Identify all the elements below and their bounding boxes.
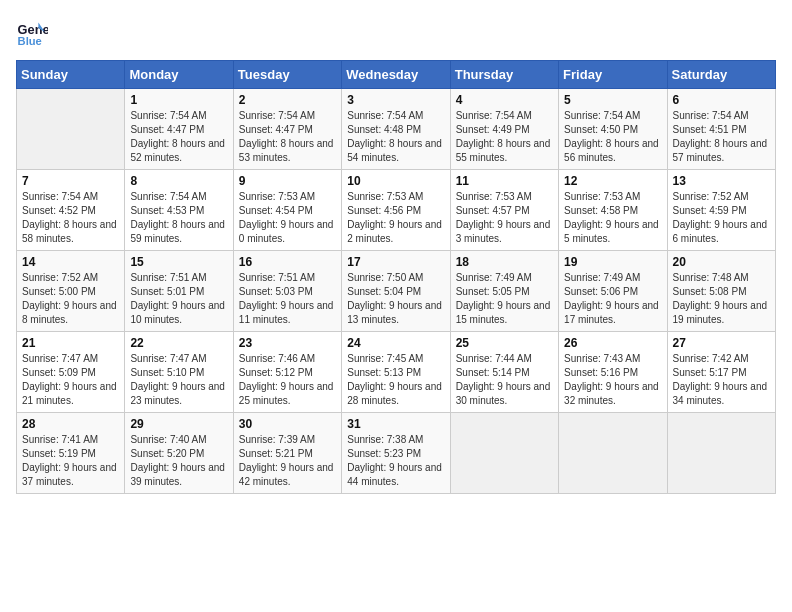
day-info: Sunrise: 7:47 AMSunset: 5:10 PMDaylight:… [130, 352, 227, 408]
day-info: Sunrise: 7:54 AMSunset: 4:53 PMDaylight:… [130, 190, 227, 246]
day-info: Sunrise: 7:54 AMSunset: 4:47 PMDaylight:… [130, 109, 227, 165]
calendar-day-cell: 18Sunrise: 7:49 AMSunset: 5:05 PMDayligh… [450, 251, 558, 332]
weekday-header-cell: Saturday [667, 61, 775, 89]
day-info: Sunrise: 7:38 AMSunset: 5:23 PMDaylight:… [347, 433, 444, 489]
calendar-day-cell: 17Sunrise: 7:50 AMSunset: 5:04 PMDayligh… [342, 251, 450, 332]
calendar-day-cell: 4Sunrise: 7:54 AMSunset: 4:49 PMDaylight… [450, 89, 558, 170]
day-info: Sunrise: 7:49 AMSunset: 5:05 PMDaylight:… [456, 271, 553, 327]
day-info: Sunrise: 7:52 AMSunset: 4:59 PMDaylight:… [673, 190, 770, 246]
day-info: Sunrise: 7:52 AMSunset: 5:00 PMDaylight:… [22, 271, 119, 327]
day-info: Sunrise: 7:43 AMSunset: 5:16 PMDaylight:… [564, 352, 661, 408]
day-number: 5 [564, 93, 661, 107]
weekday-header-cell: Wednesday [342, 61, 450, 89]
day-info: Sunrise: 7:51 AMSunset: 5:01 PMDaylight:… [130, 271, 227, 327]
day-number: 31 [347, 417, 444, 431]
weekday-header-row: SundayMondayTuesdayWednesdayThursdayFrid… [17, 61, 776, 89]
day-number: 1 [130, 93, 227, 107]
calendar-day-cell: 29Sunrise: 7:40 AMSunset: 5:20 PMDayligh… [125, 413, 233, 494]
day-info: Sunrise: 7:44 AMSunset: 5:14 PMDaylight:… [456, 352, 553, 408]
day-info: Sunrise: 7:40 AMSunset: 5:20 PMDaylight:… [130, 433, 227, 489]
day-number: 21 [22, 336, 119, 350]
day-info: Sunrise: 7:42 AMSunset: 5:17 PMDaylight:… [673, 352, 770, 408]
calendar-day-cell: 12Sunrise: 7:53 AMSunset: 4:58 PMDayligh… [559, 170, 667, 251]
calendar-day-cell: 13Sunrise: 7:52 AMSunset: 4:59 PMDayligh… [667, 170, 775, 251]
calendar-day-cell: 24Sunrise: 7:45 AMSunset: 5:13 PMDayligh… [342, 332, 450, 413]
calendar-day-cell: 22Sunrise: 7:47 AMSunset: 5:10 PMDayligh… [125, 332, 233, 413]
day-number: 30 [239, 417, 336, 431]
calendar-day-cell: 15Sunrise: 7:51 AMSunset: 5:01 PMDayligh… [125, 251, 233, 332]
day-number: 4 [456, 93, 553, 107]
day-number: 14 [22, 255, 119, 269]
calendar-day-cell: 21Sunrise: 7:47 AMSunset: 5:09 PMDayligh… [17, 332, 125, 413]
day-info: Sunrise: 7:41 AMSunset: 5:19 PMDaylight:… [22, 433, 119, 489]
day-number: 16 [239, 255, 336, 269]
calendar-day-cell [559, 413, 667, 494]
day-info: Sunrise: 7:39 AMSunset: 5:21 PMDaylight:… [239, 433, 336, 489]
calendar-day-cell: 11Sunrise: 7:53 AMSunset: 4:57 PMDayligh… [450, 170, 558, 251]
calendar-week-row: 14Sunrise: 7:52 AMSunset: 5:00 PMDayligh… [17, 251, 776, 332]
day-info: Sunrise: 7:54 AMSunset: 4:50 PMDaylight:… [564, 109, 661, 165]
day-number: 19 [564, 255, 661, 269]
calendar-day-cell: 19Sunrise: 7:49 AMSunset: 5:06 PMDayligh… [559, 251, 667, 332]
day-number: 6 [673, 93, 770, 107]
day-info: Sunrise: 7:54 AMSunset: 4:51 PMDaylight:… [673, 109, 770, 165]
day-info: Sunrise: 7:53 AMSunset: 4:56 PMDaylight:… [347, 190, 444, 246]
calendar-day-cell: 31Sunrise: 7:38 AMSunset: 5:23 PMDayligh… [342, 413, 450, 494]
day-info: Sunrise: 7:49 AMSunset: 5:06 PMDaylight:… [564, 271, 661, 327]
calendar-day-cell: 6Sunrise: 7:54 AMSunset: 4:51 PMDaylight… [667, 89, 775, 170]
day-info: Sunrise: 7:45 AMSunset: 5:13 PMDaylight:… [347, 352, 444, 408]
day-info: Sunrise: 7:47 AMSunset: 5:09 PMDaylight:… [22, 352, 119, 408]
day-number: 20 [673, 255, 770, 269]
day-number: 22 [130, 336, 227, 350]
calendar-day-cell: 3Sunrise: 7:54 AMSunset: 4:48 PMDaylight… [342, 89, 450, 170]
day-number: 27 [673, 336, 770, 350]
day-info: Sunrise: 7:53 AMSunset: 4:54 PMDaylight:… [239, 190, 336, 246]
calendar-day-cell: 10Sunrise: 7:53 AMSunset: 4:56 PMDayligh… [342, 170, 450, 251]
day-number: 28 [22, 417, 119, 431]
day-number: 25 [456, 336, 553, 350]
calendar-week-row: 21Sunrise: 7:47 AMSunset: 5:09 PMDayligh… [17, 332, 776, 413]
day-number: 11 [456, 174, 553, 188]
day-number: 2 [239, 93, 336, 107]
calendar-day-cell: 23Sunrise: 7:46 AMSunset: 5:12 PMDayligh… [233, 332, 341, 413]
day-number: 24 [347, 336, 444, 350]
day-info: Sunrise: 7:54 AMSunset: 4:48 PMDaylight:… [347, 109, 444, 165]
day-number: 10 [347, 174, 444, 188]
day-info: Sunrise: 7:51 AMSunset: 5:03 PMDaylight:… [239, 271, 336, 327]
calendar-day-cell: 1Sunrise: 7:54 AMSunset: 4:47 PMDaylight… [125, 89, 233, 170]
day-number: 17 [347, 255, 444, 269]
day-number: 23 [239, 336, 336, 350]
weekday-header-cell: Friday [559, 61, 667, 89]
day-number: 7 [22, 174, 119, 188]
day-info: Sunrise: 7:50 AMSunset: 5:04 PMDaylight:… [347, 271, 444, 327]
day-info: Sunrise: 7:54 AMSunset: 4:49 PMDaylight:… [456, 109, 553, 165]
page-header: General Blue [16, 16, 776, 48]
svg-text:Blue: Blue [18, 35, 42, 47]
calendar-day-cell [450, 413, 558, 494]
calendar-day-cell: 9Sunrise: 7:53 AMSunset: 4:54 PMDaylight… [233, 170, 341, 251]
weekday-header-cell: Tuesday [233, 61, 341, 89]
day-number: 26 [564, 336, 661, 350]
day-info: Sunrise: 7:54 AMSunset: 4:47 PMDaylight:… [239, 109, 336, 165]
calendar-day-cell: 7Sunrise: 7:54 AMSunset: 4:52 PMDaylight… [17, 170, 125, 251]
day-info: Sunrise: 7:53 AMSunset: 4:58 PMDaylight:… [564, 190, 661, 246]
calendar-table: SundayMondayTuesdayWednesdayThursdayFrid… [16, 60, 776, 494]
day-number: 12 [564, 174, 661, 188]
weekday-header-cell: Monday [125, 61, 233, 89]
calendar-body: 1Sunrise: 7:54 AMSunset: 4:47 PMDaylight… [17, 89, 776, 494]
calendar-day-cell: 16Sunrise: 7:51 AMSunset: 5:03 PMDayligh… [233, 251, 341, 332]
calendar-day-cell: 14Sunrise: 7:52 AMSunset: 5:00 PMDayligh… [17, 251, 125, 332]
day-number: 3 [347, 93, 444, 107]
weekday-header-cell: Thursday [450, 61, 558, 89]
logo-icon: General Blue [16, 16, 48, 48]
calendar-day-cell [667, 413, 775, 494]
day-number: 13 [673, 174, 770, 188]
calendar-week-row: 7Sunrise: 7:54 AMSunset: 4:52 PMDaylight… [17, 170, 776, 251]
day-info: Sunrise: 7:54 AMSunset: 4:52 PMDaylight:… [22, 190, 119, 246]
day-number: 15 [130, 255, 227, 269]
day-number: 9 [239, 174, 336, 188]
day-info: Sunrise: 7:48 AMSunset: 5:08 PMDaylight:… [673, 271, 770, 327]
weekday-header-cell: Sunday [17, 61, 125, 89]
day-number: 29 [130, 417, 227, 431]
calendar-day-cell: 25Sunrise: 7:44 AMSunset: 5:14 PMDayligh… [450, 332, 558, 413]
